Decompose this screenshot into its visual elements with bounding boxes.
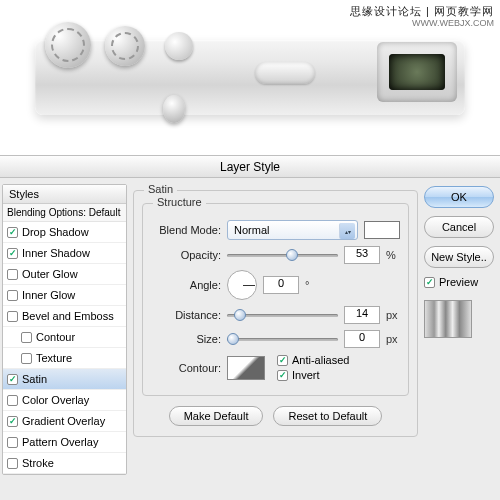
group-title: Satin: [144, 183, 177, 195]
checkbox-icon[interactable]: [7, 248, 18, 259]
style-row-outer-glow[interactable]: Outer Glow: [3, 264, 126, 285]
size-input[interactable]: 0: [344, 330, 380, 348]
style-row-label: Color Overlay: [22, 394, 89, 406]
checkbox-icon: [277, 370, 288, 381]
blend-mode-select[interactable]: Normal ▴▾: [227, 220, 358, 240]
chevron-updown-icon: ▴▾: [339, 223, 355, 239]
layer-style-dialog: Layer Style Styles Blending Options: Def…: [0, 155, 500, 500]
checkbox-icon[interactable]: [7, 395, 18, 406]
checkbox-icon[interactable]: [21, 353, 32, 364]
blend-mode-value: Normal: [234, 224, 269, 236]
style-row-label: Stroke: [22, 457, 54, 469]
structure-title: Structure: [153, 196, 206, 208]
preview-thumbnail: [424, 300, 472, 338]
distance-input[interactable]: 14: [344, 306, 380, 324]
camera-dial-icon: [105, 26, 145, 66]
style-row-satin[interactable]: Satin: [3, 369, 126, 390]
angle-label: Angle:: [151, 279, 221, 291]
style-row-label: Inner Glow: [22, 289, 75, 301]
checkbox-icon[interactable]: [21, 332, 32, 343]
anti-aliased-checkbox[interactable]: Anti-aliased: [277, 354, 349, 366]
checkbox-icon[interactable]: [7, 458, 18, 469]
tutorial-banner: 思缘设计论坛 | 网页教学网 WWW.WEBJX.COM: [0, 0, 500, 145]
size-slider[interactable]: [227, 331, 338, 347]
checkbox-icon[interactable]: [7, 437, 18, 448]
invert-checkbox[interactable]: Invert: [277, 369, 349, 381]
invert-label: Invert: [292, 369, 320, 381]
opacity-slider[interactable]: [227, 247, 338, 263]
blend-mode-label: Blend Mode:: [151, 224, 221, 236]
cancel-button[interactable]: Cancel: [424, 216, 494, 238]
reset-default-button[interactable]: Reset to Default: [273, 406, 382, 426]
style-row-label: Texture: [36, 352, 72, 364]
new-style-button[interactable]: New Style..: [424, 246, 494, 268]
ok-button[interactable]: OK: [424, 186, 494, 208]
opacity-label: Opacity:: [151, 249, 221, 261]
opacity-unit: %: [386, 249, 400, 261]
checkbox-icon[interactable]: [7, 416, 18, 427]
dialog-title: Layer Style: [0, 156, 500, 178]
camera-lug-icon: [163, 95, 185, 123]
style-row-gradient-overlay[interactable]: Gradient Overlay: [3, 411, 126, 432]
style-row-bevel-and-emboss[interactable]: Bevel and Emboss: [3, 306, 126, 327]
blending-options-row[interactable]: Blending Options: Default: [3, 204, 126, 222]
distance-slider[interactable]: [227, 307, 338, 323]
contour-label: Contour:: [151, 362, 221, 374]
style-row-inner-glow[interactable]: Inner Glow: [3, 285, 126, 306]
styles-sidebar: Styles Blending Options: Default Drop Sh…: [2, 184, 127, 475]
style-row-label: Pattern Overlay: [22, 436, 98, 448]
settings-panel: Satin Structure Blend Mode: Normal ▴▾ Op…: [133, 184, 418, 475]
dialog-buttons-panel: OK Cancel New Style.. Preview: [424, 184, 494, 475]
camera-flash-icon: [255, 62, 315, 84]
style-row-label: Contour: [36, 331, 75, 343]
style-row-label: Gradient Overlay: [22, 415, 105, 427]
camera-dial-icon: [45, 22, 91, 68]
color-swatch[interactable]: [364, 221, 400, 239]
style-row-pattern-overlay[interactable]: Pattern Overlay: [3, 432, 126, 453]
distance-unit: px: [386, 309, 400, 321]
checkbox-icon: [424, 277, 435, 288]
style-row-label: Drop Shadow: [22, 226, 89, 238]
checkbox-icon[interactable]: [7, 290, 18, 301]
watermark-url: WWW.WEBJX.COM: [412, 18, 494, 28]
checkbox-icon[interactable]: [7, 374, 18, 385]
camera-viewfinder-icon: [377, 42, 457, 102]
size-unit: px: [386, 333, 400, 345]
make-default-button[interactable]: Make Default: [169, 406, 264, 426]
distance-label: Distance:: [151, 309, 221, 321]
style-row-label: Bevel and Emboss: [22, 310, 114, 322]
angle-unit: °: [305, 279, 319, 291]
checkbox-icon[interactable]: [7, 227, 18, 238]
camera-shutter-icon: [165, 32, 193, 60]
opacity-input[interactable]: 53: [344, 246, 380, 264]
style-row-drop-shadow[interactable]: Drop Shadow: [3, 222, 126, 243]
camera-illustration: [35, 40, 465, 115]
preview-label: Preview: [439, 276, 478, 288]
style-row-label: Inner Shadow: [22, 247, 90, 259]
style-row-label: Outer Glow: [22, 268, 78, 280]
watermark-text: 思缘设计论坛 | 网页教学网: [350, 4, 494, 19]
style-row-label: Satin: [22, 373, 47, 385]
style-row-inner-shadow[interactable]: Inner Shadow: [3, 243, 126, 264]
contour-picker[interactable]: [227, 356, 265, 380]
styles-header[interactable]: Styles: [3, 185, 126, 204]
style-row-texture[interactable]: Texture: [3, 348, 126, 369]
style-row-stroke[interactable]: Stroke: [3, 453, 126, 474]
checkbox-icon[interactable]: [7, 269, 18, 280]
angle-dial[interactable]: [227, 270, 257, 300]
size-label: Size:: [151, 333, 221, 345]
style-row-color-overlay[interactable]: Color Overlay: [3, 390, 126, 411]
preview-checkbox[interactable]: Preview: [424, 276, 494, 288]
style-row-contour[interactable]: Contour: [3, 327, 126, 348]
checkbox-icon[interactable]: [7, 311, 18, 322]
anti-aliased-label: Anti-aliased: [292, 354, 349, 366]
checkbox-icon: [277, 355, 288, 366]
angle-input[interactable]: 0: [263, 276, 299, 294]
